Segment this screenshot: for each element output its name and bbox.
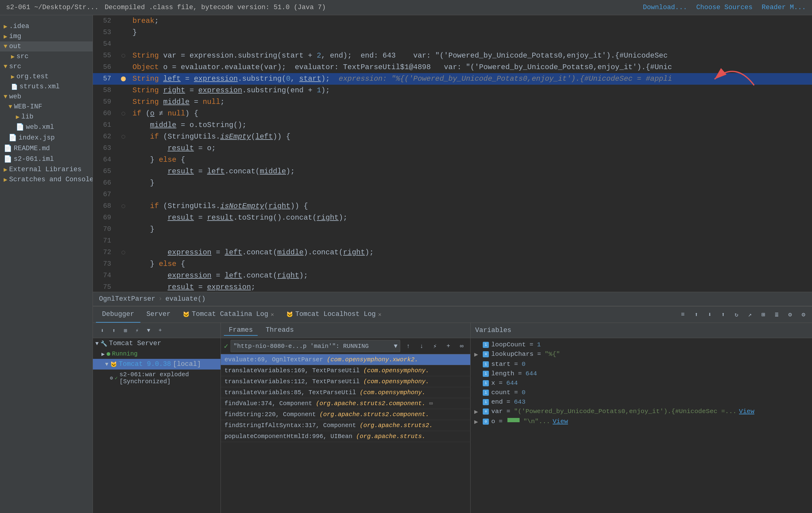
tab-frames[interactable]: Frames [224,325,258,336]
thread-selector[interactable]: ✓ "http-nio-8080-e...p 'main'": RUNNING … [221,338,470,354]
toolbar-icon-2[interactable]: ⬆ [109,325,119,336]
sidebar-item-struts-xml[interactable]: 📄 struts.xml [0,82,93,92]
toolbar-icon-1[interactable]: ⬇ [97,325,108,336]
sidebar-item-img[interactable]: ▶ img [0,31,93,41]
toolbar-btn-grid[interactable]: ⊞ [758,309,769,320]
var-var: ▶ ≡ var = "('Powered_by_Unicode_Potats0,… [470,407,812,417]
reader-mode-link[interactable]: Reader M... [762,4,806,11]
code-line-64: 64 } else { [93,154,812,166]
sidebar-item-scratches[interactable]: ▶ Scratches and Console 65 [0,175,93,184]
sidebar-item-readme[interactable]: 📄 README.md [0,143,93,154]
settings-icon[interactable]: ⚙ [785,309,795,320]
tab-debugger[interactable]: Debugger [96,307,140,322]
sidebar-item-src[interactable]: ▶ src [0,52,93,61]
sidebar-item-lib[interactable]: ▶ lib [0,112,93,122]
frame-class: (com.opensymphony.xwork2. [327,356,418,363]
breadcrumb-method[interactable]: evaluate() [165,295,206,303]
infinity-marker: ∞ [429,400,433,407]
down-btn[interactable]: ↓ [416,341,427,351]
sidebar-item-label: web [9,93,21,101]
tree-tomcat-server[interactable]: ▼ 🔧 Tomcat Server [93,338,221,349]
sidebar-item-org-test[interactable]: ▶ org.test [0,72,93,82]
running-label: Running [112,350,138,357]
toolbar-btn-list[interactable]: ≣ [771,309,782,320]
var-type-icon: i [483,380,489,386]
dropdown-arrow: ▼ [394,343,398,350]
toolbar-icon-6[interactable]: + [155,325,165,336]
tab-server[interactable]: Server [140,307,177,322]
toolbar-icon-4[interactable]: ⚡ [132,325,142,336]
up-btn[interactable]: ↑ [403,341,414,351]
tab-tomcat-catalina[interactable]: 🐱 Tomcat Catalina Log ✕ [177,307,280,322]
sidebar-item-web-xml[interactable]: 📄 web.xml [0,122,93,133]
thread-dropdown[interactable]: "http-nio-8080-e...p 'main'": RUNNING ▼ [231,340,400,352]
main-layout: ▶ .idea ▶ img ▼ out ▶ src ▼ src ▶ [0,15,812,513]
var-view-link-o[interactable]: View [552,418,568,425]
var-type-icon: i [483,342,489,348]
toolbar-btn-download[interactable]: ⬇ [704,309,715,320]
frame-translate-85[interactable]: translateVariables:85, TextParseUtil (co… [221,387,470,398]
expand-icon[interactable]: ▶ [474,351,480,358]
sidebar-item-iml[interactable]: 📄 s2-061.iml [0,154,93,165]
add-btn[interactable]: + [443,341,454,351]
tree-running[interactable]: ▶ Running [93,349,221,359]
sidebar-item-webinf[interactable]: ▼ WEB-INF [0,102,93,112]
tomcat-icon: 🐱 [183,311,190,318]
toolbar-btn-1[interactable]: ≡ [677,309,688,320]
toolbar-btn-upload[interactable]: ⬆ [718,309,729,320]
code-line-70: 70 } [93,224,812,235]
frame-populate[interactable]: populateComponentHtmlId:996, UIBean (org… [221,431,470,442]
gear-icon[interactable]: ⚙ [798,309,809,320]
frame-class: (com.opensymphony. [360,389,426,396]
frame-label: findStringIfAltSyntax:317, Component [225,422,360,429]
frame-findstring[interactable]: findString:220, Component (org.apache.st… [221,409,470,420]
tree-tomcat-038[interactable]: ▼ 🐱 Tomcat 9.0.38 [local] [93,359,221,370]
breadcrumb-class[interactable]: OgnlTextParser [99,295,155,303]
frame-translate-112[interactable]: translateVariables:112, TextParseUtil (c… [221,376,470,387]
toolbar-btn-2[interactable]: ⬆ [691,309,702,320]
choose-sources-link[interactable]: Choose Sources [696,4,753,11]
code-line-66: 66 } [93,177,812,189]
frame-label: findValue:374, Component [225,400,316,407]
frame-label: populateComponentHtmlId:996, UIBean [225,433,356,440]
frame-findstringifalt[interactable]: findStringIfAltSyntax:317, Component (or… [221,420,470,431]
var-view-link[interactable]: View [739,408,754,415]
folder-icon: ▼ [4,63,7,70]
code-editor[interactable]: 52 break; 53 } 54 55 [93,15,812,292]
toolbar-btn-arrow[interactable]: ↗ [744,309,755,320]
gutter-marker [121,112,125,115]
frame-evaluate[interactable]: evaluate:69, OgnlTextParser (com.opensym… [221,354,470,365]
expand-arrow: ▶ [102,351,105,357]
frame-translate-169[interactable]: translateVariables:169, TextParseUtil (c… [221,365,470,376]
sidebar-item-label: Scratches and Console 65 [9,176,93,183]
tab-threads[interactable]: Threads [261,325,298,336]
expand-icon[interactable]: ▶ [474,418,480,426]
var-o: ▶ o o = "\n"... View [470,417,812,427]
sync-icon: ✓ [115,375,118,381]
sidebar-item-ext-libs[interactable]: ▶ External Libraries [0,165,93,175]
gutter-marker [121,204,125,208]
close-localhost-tab[interactable]: ✕ [378,311,382,318]
sidebar-item-out[interactable]: ▼ out [0,41,93,52]
bottom-panel: Debugger Server 🐱 Tomcat Catalina Log ✕ … [93,306,812,513]
sidebar-item-web[interactable]: ▼ web [0,92,93,102]
frame-findvalue[interactable]: findValue:374, Component (org.apache.str… [221,398,470,409]
var-start: i start = 0 [470,360,812,369]
toolbar-icon-3[interactable]: ⊞ [120,325,130,336]
expand-icon[interactable]: ▶ [474,408,480,416]
infinity-btn[interactable]: ∞ [456,341,467,351]
tab-tomcat-localhost[interactable]: 🐱 Tomcat Localhost Log ✕ [280,307,388,322]
close-catalina-tab[interactable]: ✕ [271,311,274,318]
toolbar-icon-5[interactable]: ▼ [143,325,154,336]
download-link[interactable]: Download... [643,4,687,11]
sidebar-item-index-jsp[interactable]: 📄 index.jsp [0,133,93,143]
frame-label: translateVariables:169, TextParseUtil [225,367,364,374]
filter-btn[interactable]: ⚡ [430,341,440,351]
toolbar-btn-refresh[interactable]: ↻ [731,309,742,320]
sidebar-item-src-root[interactable]: ▼ src [0,61,93,72]
sidebar-item-idea[interactable]: ▶ .idea [0,21,93,31]
folder-icon: ▶ [4,23,7,30]
folder-icon: ▼ [8,103,12,110]
frame-label: translateVariables:85, TextParseUtil [225,389,360,396]
tree-deployment[interactable]: ⚙ ✓ s2-061:war exploded [Synchronized] [93,370,221,387]
